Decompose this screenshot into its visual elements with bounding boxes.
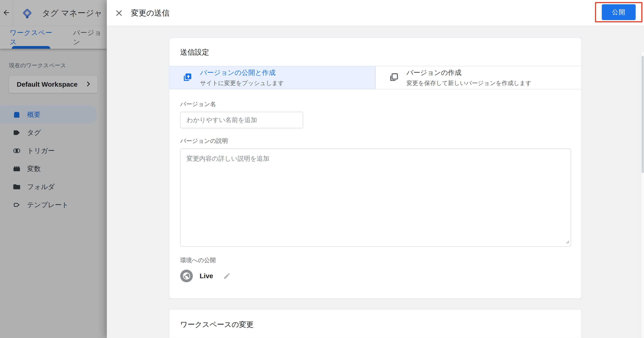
publish-button[interactable]: 公開: [602, 4, 636, 20]
dialog-title: 変更の送信: [131, 0, 170, 26]
globe-icon: [180, 270, 193, 282]
option-create-version[interactable]: バージョンの作成 変更を保存して新しいバージョンを作成します: [376, 66, 582, 89]
version-description-label: バージョンの説明: [180, 137, 570, 145]
option-subtitle: 変更を保存して新しいバージョンを作成します: [406, 79, 532, 87]
gtm-submit-changes-screen: タグ マネージャ ワークスペース バージョン 現在のワークスペース Defaul…: [0, 0, 644, 338]
workspace-changes-title: ワークスペースの変更: [180, 320, 570, 330]
option-publish-and-create-version[interactable]: バージョンの公開と作成 サイトに変更をプッシュします: [169, 66, 375, 89]
resize-handle-icon[interactable]: [565, 239, 570, 245]
option-title: バージョンの作成: [406, 68, 532, 77]
submit-changes-dialog: 変更の送信 公開 送信設定: [107, 0, 644, 338]
submission-card-title: 送信設定: [180, 47, 570, 57]
edit-pencil-icon[interactable]: [223, 272, 231, 280]
workspace-changes-card: ワークスペースの変更: [169, 309, 582, 338]
option-subtitle: サイトに変更をプッシュします: [200, 79, 284, 87]
version-name-label: バージョン名: [180, 100, 570, 108]
submission-settings-card: 送信設定 バージョンの公: [169, 38, 582, 299]
dialog-header: 変更の送信 公開: [107, 0, 644, 26]
environment-name: Live: [200, 272, 213, 280]
scrollbar-thumb[interactable]: [642, 56, 644, 173]
publish-annotation-box: 公開: [595, 2, 642, 22]
modal-scrim[interactable]: [0, 0, 107, 338]
version-description-input[interactable]: [180, 148, 571, 247]
close-icon[interactable]: [115, 9, 123, 17]
publish-version-icon: [182, 72, 193, 83]
environment-row: Live: [180, 270, 570, 282]
dialog-body: 送信設定 バージョンの公: [107, 26, 644, 338]
option-title: バージョンの公開と作成: [200, 68, 284, 77]
create-version-icon: [388, 72, 399, 83]
version-name-input[interactable]: [180, 112, 303, 128]
version-form: バージョン名 バージョンの説明 環境への公開: [169, 89, 582, 299]
submission-options: バージョンの公開と作成 サイトに変更をプッシュします: [169, 66, 582, 89]
environment-label: 環境への公開: [180, 256, 570, 264]
vertical-scrollbar[interactable]: [641, 52, 644, 338]
